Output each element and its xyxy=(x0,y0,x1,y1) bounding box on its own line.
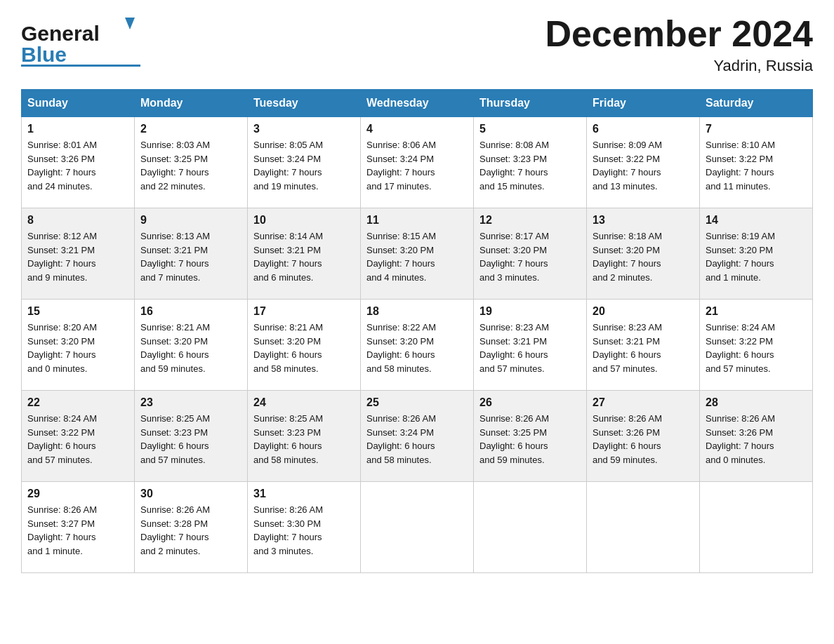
calendar-day-cell: 28 Sunrise: 8:26 AMSunset: 3:26 PMDaylig… xyxy=(700,391,813,482)
calendar-day-cell: 27 Sunrise: 8:26 AMSunset: 3:26 PMDaylig… xyxy=(587,391,700,482)
calendar-day-cell: 29 Sunrise: 8:26 AMSunset: 3:27 PMDaylig… xyxy=(22,482,135,573)
calendar-day-cell: 5 Sunrise: 8:08 AMSunset: 3:23 PMDayligh… xyxy=(474,117,587,208)
calendar-day-cell: 12 Sunrise: 8:17 AMSunset: 3:20 PMDaylig… xyxy=(474,208,587,300)
day-number: 26 xyxy=(479,396,581,409)
col-thursday: Thursday xyxy=(474,90,587,117)
day-info: Sunrise: 8:26 AMSunset: 3:26 PMDaylight:… xyxy=(706,413,775,465)
day-number: 17 xyxy=(253,305,355,318)
day-number: 9 xyxy=(140,214,241,227)
day-number: 21 xyxy=(706,305,807,318)
logo-svg: General Blue xyxy=(21,14,140,67)
day-info: Sunrise: 8:10 AMSunset: 3:22 PMDaylight:… xyxy=(706,140,775,192)
calendar-day-cell: 8 Sunrise: 8:12 AMSunset: 3:21 PMDayligh… xyxy=(22,208,135,300)
day-info: Sunrise: 8:26 AMSunset: 3:28 PMDaylight:… xyxy=(140,504,210,556)
day-info: Sunrise: 8:26 AMSunset: 3:27 PMDaylight:… xyxy=(27,504,97,556)
day-number: 7 xyxy=(706,123,807,135)
calendar-day-cell xyxy=(361,482,474,573)
day-info: Sunrise: 8:08 AMSunset: 3:23 PMDaylight:… xyxy=(479,140,549,192)
calendar-week-row: 15 Sunrise: 8:20 AMSunset: 3:20 PMDaylig… xyxy=(22,300,813,391)
calendar-week-row: 1 Sunrise: 8:01 AMSunset: 3:26 PMDayligh… xyxy=(22,117,813,208)
calendar-day-cell: 17 Sunrise: 8:21 AMSunset: 3:20 PMDaylig… xyxy=(248,300,361,391)
calendar-day-cell: 7 Sunrise: 8:10 AMSunset: 3:22 PMDayligh… xyxy=(700,117,813,208)
day-info: Sunrise: 8:25 AMSunset: 3:23 PMDaylight:… xyxy=(140,413,210,465)
calendar-day-cell: 25 Sunrise: 8:26 AMSunset: 3:24 PMDaylig… xyxy=(361,391,474,482)
day-info: Sunrise: 8:09 AMSunset: 3:22 PMDaylight:… xyxy=(593,140,662,192)
day-number: 29 xyxy=(27,488,128,500)
day-info: Sunrise: 8:03 AMSunset: 3:25 PMDaylight:… xyxy=(140,140,210,192)
calendar-day-cell: 21 Sunrise: 8:24 AMSunset: 3:22 PMDaylig… xyxy=(700,300,813,391)
day-info: Sunrise: 8:22 AMSunset: 3:20 PMDaylight:… xyxy=(366,322,436,374)
calendar-day-cell: 15 Sunrise: 8:20 AMSunset: 3:20 PMDaylig… xyxy=(22,300,135,391)
calendar-day-cell: 4 Sunrise: 8:06 AMSunset: 3:24 PMDayligh… xyxy=(361,117,474,208)
day-info: Sunrise: 8:26 AMSunset: 3:24 PMDaylight:… xyxy=(366,413,436,465)
day-number: 4 xyxy=(366,123,468,135)
day-info: Sunrise: 8:25 AMSunset: 3:23 PMDaylight:… xyxy=(253,413,323,465)
calendar-day-cell: 19 Sunrise: 8:23 AMSunset: 3:21 PMDaylig… xyxy=(474,300,587,391)
day-info: Sunrise: 8:23 AMSunset: 3:21 PMDaylight:… xyxy=(593,322,662,374)
day-info: Sunrise: 8:26 AMSunset: 3:26 PMDaylight:… xyxy=(593,413,662,465)
day-info: Sunrise: 8:26 AMSunset: 3:25 PMDaylight:… xyxy=(479,413,549,465)
day-info: Sunrise: 8:01 AMSunset: 3:26 PMDaylight:… xyxy=(27,140,97,192)
calendar-day-cell: 30 Sunrise: 8:26 AMSunset: 3:28 PMDaylig… xyxy=(135,482,248,573)
day-number: 31 xyxy=(253,488,355,500)
day-number: 16 xyxy=(140,305,241,318)
day-info: Sunrise: 8:19 AMSunset: 3:20 PMDaylight:… xyxy=(706,231,775,283)
day-number: 23 xyxy=(140,396,241,409)
day-number: 28 xyxy=(706,396,807,409)
page-header: General Blue December 2024 Yadrin, Russi… xyxy=(21,14,813,75)
day-number: 11 xyxy=(366,214,468,227)
day-info: Sunrise: 8:24 AMSunset: 3:22 PMDaylight:… xyxy=(706,322,775,374)
day-number: 19 xyxy=(479,305,581,318)
calendar-day-cell xyxy=(474,482,587,573)
day-number: 18 xyxy=(366,305,468,318)
day-number: 10 xyxy=(253,214,355,227)
day-number: 1 xyxy=(27,123,128,135)
col-monday: Monday xyxy=(135,90,248,117)
calendar-day-cell: 31 Sunrise: 8:26 AMSunset: 3:30 PMDaylig… xyxy=(248,482,361,573)
day-number: 3 xyxy=(253,123,355,135)
calendar-day-cell: 16 Sunrise: 8:21 AMSunset: 3:20 PMDaylig… xyxy=(135,300,248,391)
svg-rect-3 xyxy=(21,65,140,67)
day-number: 2 xyxy=(140,123,241,135)
calendar-subtitle: Yadrin, Russia xyxy=(545,57,813,75)
col-tuesday: Tuesday xyxy=(248,90,361,117)
day-info: Sunrise: 8:23 AMSunset: 3:21 PMDaylight:… xyxy=(479,322,549,374)
calendar-day-cell: 9 Sunrise: 8:13 AMSunset: 3:21 PMDayligh… xyxy=(135,208,248,300)
calendar-day-cell: 3 Sunrise: 8:05 AMSunset: 3:24 PMDayligh… xyxy=(248,117,361,208)
calendar-day-cell: 26 Sunrise: 8:26 AMSunset: 3:25 PMDaylig… xyxy=(474,391,587,482)
col-friday: Friday xyxy=(587,90,700,117)
calendar-table: Sunday Monday Tuesday Wednesday Thursday… xyxy=(21,89,813,573)
day-info: Sunrise: 8:13 AMSunset: 3:21 PMDaylight:… xyxy=(140,231,210,283)
calendar-day-cell: 24 Sunrise: 8:25 AMSunset: 3:23 PMDaylig… xyxy=(248,391,361,482)
svg-text:Blue: Blue xyxy=(21,43,67,66)
calendar-header-row: Sunday Monday Tuesday Wednesday Thursday… xyxy=(22,90,813,117)
title-area: December 2024 Yadrin, Russia xyxy=(545,14,813,75)
calendar-day-cell: 11 Sunrise: 8:15 AMSunset: 3:20 PMDaylig… xyxy=(361,208,474,300)
day-number: 14 xyxy=(706,214,807,227)
day-info: Sunrise: 8:06 AMSunset: 3:24 PMDaylight:… xyxy=(366,140,436,192)
day-info: Sunrise: 8:12 AMSunset: 3:21 PMDaylight:… xyxy=(27,231,97,283)
day-info: Sunrise: 8:17 AMSunset: 3:20 PMDaylight:… xyxy=(479,231,549,283)
day-number: 24 xyxy=(253,396,355,409)
calendar-week-row: 8 Sunrise: 8:12 AMSunset: 3:21 PMDayligh… xyxy=(22,208,813,300)
svg-marker-1 xyxy=(125,18,135,29)
day-number: 5 xyxy=(479,123,581,135)
day-info: Sunrise: 8:21 AMSunset: 3:20 PMDaylight:… xyxy=(140,322,210,374)
day-number: 13 xyxy=(593,214,694,227)
day-number: 15 xyxy=(27,305,128,318)
day-number: 25 xyxy=(366,396,468,409)
col-wednesday: Wednesday xyxy=(361,90,474,117)
svg-text:General: General xyxy=(21,22,100,45)
calendar-title: December 2024 xyxy=(545,14,813,54)
day-number: 30 xyxy=(140,488,241,500)
day-info: Sunrise: 8:20 AMSunset: 3:20 PMDaylight:… xyxy=(27,322,97,374)
day-number: 22 xyxy=(27,396,128,409)
calendar-day-cell xyxy=(700,482,813,573)
calendar-day-cell: 18 Sunrise: 8:22 AMSunset: 3:20 PMDaylig… xyxy=(361,300,474,391)
calendar-day-cell xyxy=(587,482,700,573)
day-info: Sunrise: 8:15 AMSunset: 3:20 PMDaylight:… xyxy=(366,231,436,283)
calendar-day-cell: 13 Sunrise: 8:18 AMSunset: 3:20 PMDaylig… xyxy=(587,208,700,300)
calendar-week-row: 22 Sunrise: 8:24 AMSunset: 3:22 PMDaylig… xyxy=(22,391,813,482)
day-number: 27 xyxy=(593,396,694,409)
day-info: Sunrise: 8:18 AMSunset: 3:20 PMDaylight:… xyxy=(593,231,662,283)
